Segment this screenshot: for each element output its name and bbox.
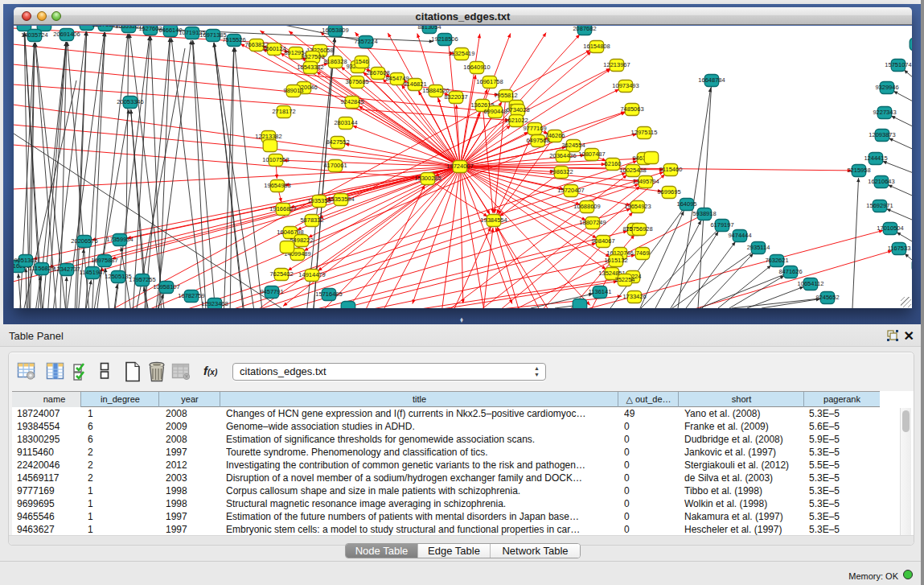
svg-text:2935114: 2935114 bbox=[747, 244, 770, 251]
svg-text:19166827: 19166827 bbox=[269, 205, 296, 212]
svg-text:1136141: 1136141 bbox=[589, 288, 612, 295]
svg-text:15692971: 15692971 bbox=[866, 202, 893, 209]
svg-text:10958107: 10958107 bbox=[153, 283, 179, 290]
svg-text:12213967: 12213967 bbox=[603, 61, 630, 68]
svg-text:19384554: 19384554 bbox=[480, 216, 507, 224]
svg-text:164095: 164095 bbox=[676, 200, 696, 208]
svg-text:252254: 252254 bbox=[614, 276, 634, 283]
svg-text:15716485: 15716485 bbox=[315, 290, 342, 298]
svg-text:15720407: 15720407 bbox=[557, 187, 584, 194]
svg-text:7357224: 7357224 bbox=[354, 38, 377, 45]
svg-text:1615132: 1615132 bbox=[604, 257, 627, 264]
svg-text:989013: 989013 bbox=[283, 87, 303, 94]
svg-text:16648784: 16648784 bbox=[698, 76, 725, 84]
svg-text:12093873: 12093873 bbox=[869, 131, 895, 138]
svg-text:16975887: 16975887 bbox=[91, 257, 117, 264]
svg-text:14035724: 14035724 bbox=[21, 31, 47, 39]
svg-text:7632621: 7632621 bbox=[765, 257, 788, 264]
svg-text:20206576: 20206576 bbox=[71, 237, 97, 245]
svg-text:2718172: 2718172 bbox=[272, 108, 295, 115]
svg-text:16961758: 16961758 bbox=[476, 78, 503, 85]
svg-text:12975115: 12975115 bbox=[631, 129, 658, 136]
svg-text:20053346: 20053346 bbox=[117, 98, 143, 105]
svg-text:7485063: 7485063 bbox=[620, 105, 643, 113]
svg-text:9329946: 9329946 bbox=[875, 84, 898, 91]
svg-text:7986322: 7986322 bbox=[549, 168, 573, 175]
svg-text:1733426: 1733426 bbox=[622, 293, 646, 300]
svg-text:8813054: 8813054 bbox=[417, 26, 441, 31]
svg-text:5938918: 5938918 bbox=[692, 210, 716, 217]
svg-text:11451947: 11451947 bbox=[80, 269, 106, 276]
svg-text:6734028: 6734028 bbox=[506, 106, 529, 113]
svg-text:10654112: 10654112 bbox=[798, 280, 824, 287]
svg-text:15300285: 15300285 bbox=[414, 175, 441, 182]
svg-text:11325419: 11325419 bbox=[449, 50, 475, 57]
svg-text:1546: 1546 bbox=[355, 58, 369, 65]
svg-text:3660124: 3660124 bbox=[262, 45, 285, 52]
svg-text:10688609: 10688609 bbox=[573, 203, 600, 210]
svg-text:18724007: 18724007 bbox=[446, 163, 473, 170]
svg-text:9051361: 9051361 bbox=[14, 257, 37, 264]
svg-text:6990448: 6990448 bbox=[483, 108, 507, 115]
svg-text:6497568: 6497568 bbox=[526, 137, 549, 144]
svg-text:4170061: 4170061 bbox=[323, 162, 347, 169]
svg-text:17359934: 17359934 bbox=[106, 236, 133, 243]
svg-text:3215958: 3215958 bbox=[847, 167, 870, 174]
svg-text:12505135: 12505135 bbox=[105, 273, 131, 280]
svg-text:15353594: 15353594 bbox=[327, 196, 354, 203]
svg-text:19218506: 19218506 bbox=[431, 35, 458, 43]
svg-text:1244415: 1244415 bbox=[864, 154, 887, 162]
svg-text:2803144: 2803144 bbox=[334, 119, 357, 126]
svg-text:9245652: 9245652 bbox=[815, 294, 839, 301]
svg-text:14914479: 14914479 bbox=[298, 271, 325, 278]
svg-text:7625402: 7625402 bbox=[269, 270, 293, 278]
svg-text:16053809: 16053809 bbox=[322, 27, 348, 34]
svg-text:3675685: 3675685 bbox=[345, 78, 368, 85]
svg-text:16210643: 16210643 bbox=[868, 178, 894, 185]
svg-text:12342737: 12342737 bbox=[53, 266, 80, 273]
svg-text:1621022: 1621022 bbox=[504, 117, 528, 124]
svg-text:17010504: 17010504 bbox=[877, 225, 903, 232]
svg-text:20691406: 20691406 bbox=[53, 31, 80, 38]
svg-text:62160: 62160 bbox=[605, 160, 622, 167]
svg-text:16640910: 16640910 bbox=[463, 64, 490, 71]
svg-text:3624554: 3624554 bbox=[561, 142, 585, 149]
svg-text:8471626: 8471626 bbox=[778, 268, 802, 275]
svg-text:19654923: 19654923 bbox=[624, 203, 651, 210]
svg-text:11156829: 11156829 bbox=[29, 265, 55, 272]
svg-text:16782759: 16782759 bbox=[178, 292, 204, 299]
svg-text:10756928: 10756928 bbox=[626, 225, 652, 233]
svg-text:2087682: 2087682 bbox=[573, 26, 596, 32]
svg-text:1167533: 1167533 bbox=[888, 245, 911, 252]
svg-text:9457791: 9457791 bbox=[260, 288, 283, 295]
svg-text:15751074: 15751074 bbox=[885, 61, 911, 68]
svg-text:20364436: 20364436 bbox=[549, 152, 576, 159]
svg-text:9699695: 9699695 bbox=[657, 188, 680, 196]
svg-text:16154808: 16154808 bbox=[583, 43, 610, 50]
svg-text:8322037: 8322037 bbox=[444, 93, 467, 101]
svg-text:16543382: 16543382 bbox=[297, 64, 323, 71]
svg-text:7469: 7469 bbox=[636, 249, 650, 257]
svg-text:9777169: 9777169 bbox=[523, 125, 546, 132]
svg-text:9084067: 9084067 bbox=[591, 237, 614, 245]
svg-text:9115460: 9115460 bbox=[659, 166, 683, 173]
svg-text:10025438: 10025438 bbox=[619, 167, 646, 174]
svg-text:17957255: 17957255 bbox=[129, 276, 155, 283]
svg-text:10807487: 10807487 bbox=[578, 150, 605, 158]
svg-text:12213382: 12213382 bbox=[255, 133, 281, 140]
svg-text:10973493: 10973493 bbox=[612, 82, 639, 89]
svg-text:7515526: 7515526 bbox=[222, 36, 245, 43]
svg-text:7955812: 7955812 bbox=[494, 92, 517, 99]
svg-text:18807249: 18807249 bbox=[579, 219, 606, 226]
svg-text:9227343: 9227343 bbox=[873, 109, 896, 116]
svg-text:5878332: 5878332 bbox=[300, 216, 323, 224]
svg-text:9242845: 9242845 bbox=[340, 98, 363, 105]
svg-text:13495794: 13495794 bbox=[632, 178, 659, 185]
svg-text:8186328: 8186328 bbox=[323, 58, 347, 65]
svg-text:10107553: 10107553 bbox=[262, 156, 289, 163]
svg-text:9474444: 9474444 bbox=[728, 232, 751, 239]
svg-text:8427552: 8427552 bbox=[326, 138, 349, 146]
svg-text:9327503: 9327503 bbox=[301, 53, 324, 60]
svg-text:12923468: 12923468 bbox=[201, 300, 228, 307]
svg-text:19654983: 19654983 bbox=[264, 182, 290, 189]
